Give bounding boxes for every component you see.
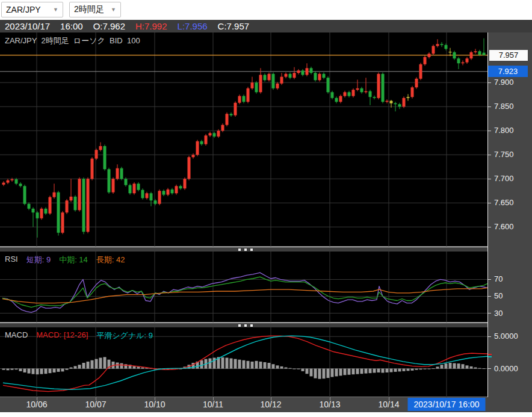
axis-tick (488, 313, 491, 314)
time-tick-label: 10/10 (144, 400, 165, 409)
rsi-short-label: 短期: 9 (26, 255, 51, 265)
rsi-label: RSI (5, 255, 18, 265)
info-low: L:7.956 (178, 21, 208, 31)
rsi-mid-label: 中期: 14 (59, 255, 88, 265)
timeframe-select-value: 2時間足 (74, 4, 104, 15)
ohlc-info-bar: 2023/10/17 16:00 O:7.962 H:7.992 L:7.956… (0, 20, 532, 32)
pair-select-value: ZAR/JPY (6, 5, 41, 14)
rsi-long-label: 長期: 42 (96, 255, 125, 265)
info-open: O:7.962 (93, 21, 125, 31)
macd-panel-title: MACD MACD: [12-26] 平滑シグナル: 9 (5, 330, 153, 341)
candlestick-canvas[interactable] (0, 32, 487, 247)
time-tick-label: 10/14 (378, 400, 399, 409)
macd-label: MACD (5, 330, 28, 341)
axis-tick (488, 179, 491, 179)
toolbar: ZAR/JPY ▼ 2時間足 ▼ (0, 0, 532, 20)
price-tick-label: 7.800 (494, 126, 514, 135)
price-tick-label: 7.750 (494, 150, 514, 159)
time-tick-label: 10/11 (203, 400, 223, 409)
macd-tick-label: 5.0000 (494, 332, 518, 341)
splitter-handle-icon (238, 324, 253, 327)
timeframe-select[interactable]: 2時間足 ▼ (69, 2, 121, 17)
rsi-panel[interactable]: RSI 短期: 9 中期: 14 長期: 42 (0, 252, 487, 323)
time-tick-label: 10/13 (319, 400, 340, 409)
time-tick-label: 10/06 (26, 400, 47, 409)
price-tick-label: 7.900 (494, 78, 514, 87)
time-axis[interactable]: 2023/10/17 16:00 10/0610/0710/1010/1110/… (0, 397, 532, 412)
price-tick-label: 7.600 (494, 222, 514, 231)
price-axis[interactable]: 7.957 7.923 7.9007.8507.8007.7507.7007.6… (487, 32, 532, 397)
rsi-tick-label: 30 (494, 309, 503, 318)
rsi-tick-label: 50 (494, 291, 503, 300)
info-high: H:7.992 (135, 21, 167, 31)
time-tick-label: 10/12 (260, 400, 281, 409)
axis-tick (488, 107, 491, 107)
axis-tick (488, 82, 491, 83)
rsi-tick-label: 70 (494, 274, 503, 283)
axis-tick (488, 279, 491, 280)
info-close: C:7.957 (218, 21, 250, 31)
current-price-label: 7.957 (489, 50, 528, 61)
axis-tick (488, 203, 491, 203)
current-time-label: 2023/10/17 16:00 (408, 398, 486, 411)
info-time: 16:00 (60, 21, 83, 31)
axis-tick (488, 296, 491, 297)
pair-select[interactable]: ZAR/JPY ▼ (1, 2, 63, 17)
macd-current-value-tick (488, 354, 492, 355)
chevron-down-icon: ▼ (53, 7, 58, 13)
rsi-panel-title: RSI 短期: 9 中期: 14 長期: 42 (5, 255, 125, 265)
macd-signal-label: 平滑シグナル: 9 (96, 330, 153, 341)
main-candlestick-chart[interactable]: ZAR/JPY 2時間足 ローソク BID 100 (0, 32, 487, 247)
axis-tick (488, 368, 491, 369)
axis-tick (488, 131, 491, 131)
macd-tick-label: 0.0000 (494, 364, 518, 373)
splitter-handle-icon (238, 249, 253, 251)
axis-tick (488, 155, 491, 155)
price-tick-label: 7.700 (494, 174, 514, 183)
trading-app-window: ZAR/JPY ▼ 2時間足 ▼ 2023/10/17 16:00 O:7.96… (0, 0, 532, 417)
axis-tick (488, 336, 491, 337)
macd-current-value-tick (488, 356, 492, 357)
price-tick-label: 7.650 (494, 198, 514, 207)
macd-param-label: MACD: [12-26] (36, 330, 88, 341)
axis-tick (488, 227, 491, 227)
panel-splitter-macd[interactable] (0, 323, 487, 327)
time-tick-label: 10/07 (85, 400, 106, 409)
bid-price-label: 7.923 (488, 66, 528, 77)
main-chart-title: ZAR/JPY 2時間足 ローソク BID 100 (5, 36, 140, 46)
panel-splitter-rsi[interactable] (0, 247, 487, 252)
info-date: 2023/10/17 (5, 21, 50, 31)
price-tick-label: 7.850 (494, 102, 514, 111)
chevron-down-icon: ▼ (111, 7, 116, 13)
macd-panel[interactable]: MACD MACD: [12-26] 平滑シグナル: 9 (0, 327, 487, 397)
